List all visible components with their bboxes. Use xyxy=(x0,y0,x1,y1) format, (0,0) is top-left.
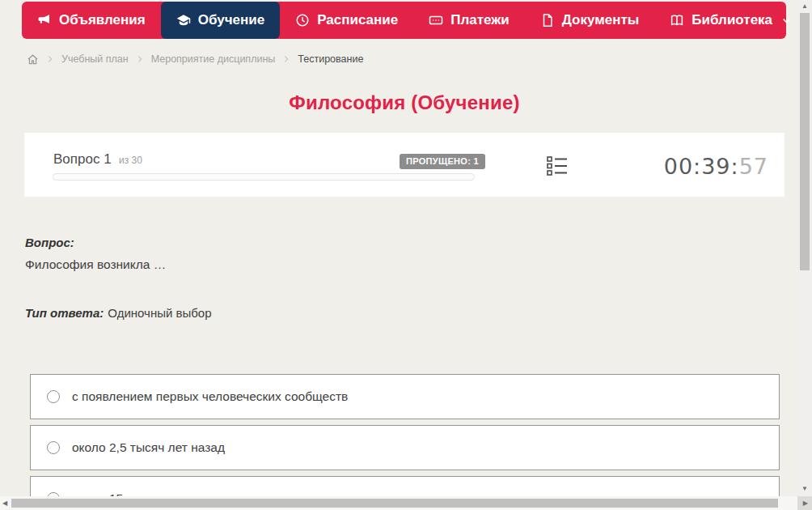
breadcrumb-separator-icon xyxy=(46,55,54,63)
breadcrumb-item-discipline-event[interactable]: Мероприятие дисциплины xyxy=(151,53,276,65)
nav-item-payments[interactable]: Платежи xyxy=(413,2,525,39)
breadcrumb-item-curriculum[interactable]: Учебный план xyxy=(61,53,129,65)
breadcrumb: Учебный план Мероприятие дисциплины Тест… xyxy=(27,50,363,68)
nav-label: Объявления xyxy=(59,12,146,28)
radio-button[interactable] xyxy=(47,441,60,454)
question-total: из 30 xyxy=(119,155,142,166)
answer-option-2[interactable]: около 2,5 тысяч лет назад xyxy=(30,425,780,470)
page-title: Философия (Обучение) xyxy=(0,91,809,114)
answer-options: с появлением первых человеческих сообщес… xyxy=(30,374,780,510)
horizontal-scrollbar-thumb[interactable] xyxy=(11,499,778,508)
answer-option-label: около 2,5 тысяч лет назад xyxy=(72,440,225,455)
chevron-down-icon xyxy=(781,15,792,26)
page: Объявления Обучение Расписание Платежи xyxy=(0,0,812,510)
question-prompt-text: Философия возникла … xyxy=(25,257,753,272)
nav-label: Документы xyxy=(562,12,640,28)
nav-item-library[interactable]: Библиотека xyxy=(654,2,807,39)
question-counter: Вопрос 1 из 30 xyxy=(53,151,142,168)
question-block: Вопрос: Философия возникла … xyxy=(25,236,753,272)
nav-item-schedule[interactable]: Расписание xyxy=(280,2,413,39)
answer-type-value: Одиночный выбор xyxy=(108,306,211,320)
clock-icon xyxy=(295,13,310,28)
skipped-badge: ПРОПУЩЕНО: 1 xyxy=(400,154,485,169)
question-list-button[interactable] xyxy=(545,154,569,178)
scroll-right-arrow-icon[interactable]: ▶ xyxy=(803,500,808,507)
vertical-scrollbar-thumb[interactable] xyxy=(800,13,810,270)
answer-type: Тип ответа:Одиночный выбор xyxy=(25,306,212,320)
scroll-left-arrow-icon[interactable]: ◀ xyxy=(2,500,7,507)
list-icon xyxy=(545,154,569,178)
nav-item-documents[interactable]: Документы xyxy=(525,2,655,39)
answer-option-1[interactable]: с появлением первых человеческих сообщес… xyxy=(30,374,780,419)
scrollbar-corner: ▶ xyxy=(797,496,812,510)
radio-button[interactable] xyxy=(47,390,60,403)
answer-option-label: с появлением первых человеческих сообщес… xyxy=(72,389,348,404)
graduation-cap-icon xyxy=(176,13,191,28)
breadcrumb-item-testing: Тестирование xyxy=(298,53,363,65)
breadcrumb-separator-icon xyxy=(136,55,144,63)
breadcrumb-separator-icon xyxy=(282,55,290,63)
nav-label: Библиотека xyxy=(691,12,772,28)
scroll-down-arrow-icon[interactable]: ▼ xyxy=(801,486,808,492)
book-icon xyxy=(670,13,684,28)
timer-minutes: 00:39: xyxy=(664,154,739,179)
quiz-header-panel: Вопрос 1 из 30 ПРОПУЩЕНО: 1 00:39:57 xyxy=(24,133,785,197)
question-number: Вопрос 1 xyxy=(53,151,112,167)
main-navbar: Объявления Обучение Расписание Платежи xyxy=(22,2,786,39)
question-prompt-label: Вопрос: xyxy=(25,236,753,249)
nav-label: Расписание xyxy=(317,12,398,28)
horizontal-scrollbar[interactable]: ◀ ▶ xyxy=(0,496,812,510)
answer-type-label: Тип ответа: xyxy=(25,306,104,320)
megaphone-icon xyxy=(37,13,52,28)
nav-item-announcements[interactable]: Объявления xyxy=(22,2,161,39)
nav-label: Обучение xyxy=(198,12,264,28)
document-icon xyxy=(540,13,555,28)
nav-label: Платежи xyxy=(450,12,510,28)
timer-seconds: 57 xyxy=(739,154,768,179)
payments-icon xyxy=(429,13,443,28)
nav-item-learning[interactable]: Обучение xyxy=(161,2,280,39)
quiz-progress-bar xyxy=(53,173,475,181)
quiz-timer: 00:39:57 xyxy=(664,154,768,179)
scroll-up-arrow-icon[interactable]: ▲ xyxy=(801,3,808,10)
home-icon[interactable] xyxy=(27,53,39,66)
vertical-scrollbar[interactable]: ▲ ▼ xyxy=(797,0,812,496)
